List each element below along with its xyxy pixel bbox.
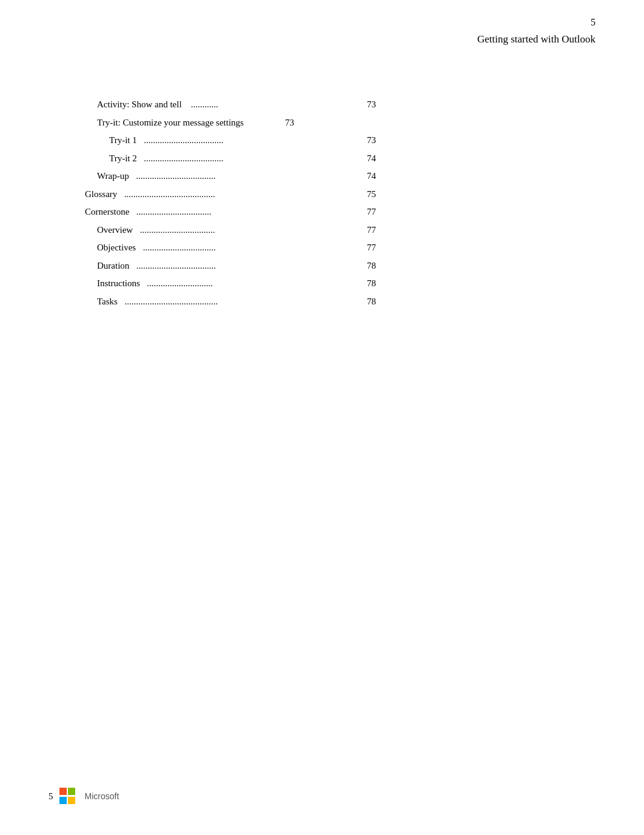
toc-dots: ................................... (137, 151, 358, 167)
toc-entry-label: Cornerstone (85, 204, 129, 220)
toc-dots: ............................. (140, 276, 358, 292)
toc-entry-label: Tasks (97, 294, 118, 310)
toc-entry-label: Try-it 2 (109, 151, 137, 167)
toc-entry-label: Glossary (85, 187, 117, 203)
toc-section: Activity: Show and tell ............ 73 … (85, 97, 376, 309)
header-title: Getting started with Outlook (477, 33, 595, 45)
toc-entry-label: Duration (97, 258, 129, 274)
page: 5 Getting started with Outlook Activity:… (0, 0, 644, 835)
toc-page-num: 77 (358, 204, 376, 220)
toc-entry: Instructions ...........................… (97, 276, 376, 292)
toc-entry: Objectives .............................… (97, 240, 376, 256)
toc-page-num: 75 (358, 187, 376, 203)
toc-page-num: 74 (358, 151, 376, 167)
footer-brand-text: Microsoft (85, 791, 119, 801)
page-number-top: 5 (591, 17, 595, 28)
toc-entry-special: Try-it: Customize your message settings … (97, 115, 376, 131)
toc-dots: ................................... (129, 258, 358, 274)
toc-dots: ................................. (133, 223, 358, 238)
microsoft-logo-icon (59, 788, 76, 805)
toc-entry-label: Objectives (97, 240, 136, 256)
toc-page-num: 74 (358, 169, 376, 184)
toc-dots: ................................... (129, 169, 358, 184)
footer-page-number: 5 (49, 791, 53, 802)
toc-dots: ........................................… (118, 294, 358, 310)
toc-entry: Wrap-up ................................… (97, 169, 376, 184)
toc-page-num: 73 (358, 97, 376, 113)
toc-entry-label: Try-it 1 (109, 133, 137, 149)
footer: 5 Microsoft (49, 788, 119, 805)
toc-entry-label: Wrap-up (97, 169, 129, 184)
toc-entry-label: Overview (97, 223, 133, 238)
toc-page-num: 73 (358, 133, 376, 149)
toc-page-num-special: 73 (285, 115, 294, 131)
toc-dots: ................................ (136, 240, 358, 256)
toc-page-num: 77 (358, 223, 376, 238)
toc-entry: Overview ...............................… (97, 223, 376, 238)
toc-dots: ................................... (137, 133, 358, 149)
toc-entry-label: Activity: Show and tell (97, 97, 182, 113)
toc-entry: Activity: Show and tell ............ 73 (97, 97, 376, 113)
toc-entry: Try-it 1 ...............................… (109, 133, 376, 149)
toc-entry: Glossary ...............................… (85, 187, 376, 203)
toc-page-num: 78 (358, 276, 376, 292)
toc-entry: Try-it 2 ...............................… (109, 151, 376, 167)
toc-dots: ................................. (129, 204, 358, 220)
toc-entry: Duration ...............................… (97, 258, 376, 274)
toc-page-num: 78 (358, 294, 376, 310)
toc-entry-label: Try-it: Customize your message settings (97, 115, 244, 131)
toc-entry: Tasks ..................................… (97, 294, 376, 310)
toc-entry: Cornerstone ............................… (85, 204, 376, 220)
toc-dots: ............ (182, 97, 358, 113)
toc-entry-label: Instructions (97, 276, 140, 292)
toc-page-num: 77 (358, 240, 376, 256)
toc-dots: ........................................ (117, 187, 358, 203)
toc-page-num: 78 (358, 258, 376, 274)
